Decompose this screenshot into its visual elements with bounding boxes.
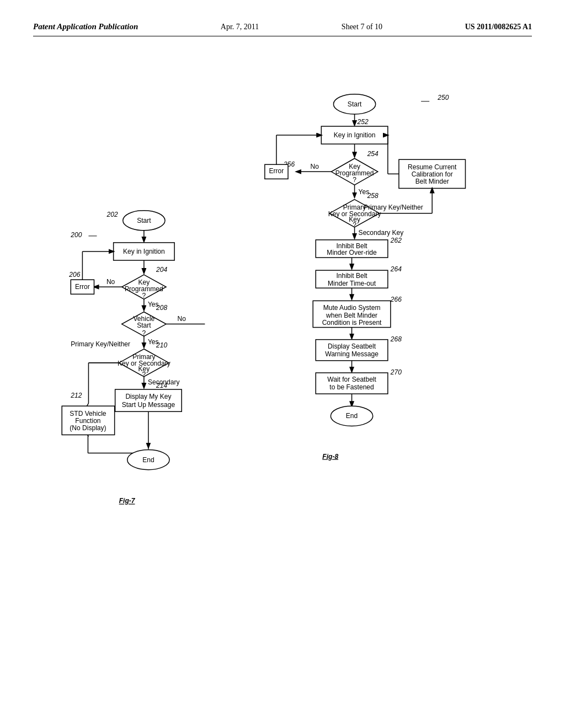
ref-206: 206 [68, 271, 80, 279]
fig7-no-label1: No [106, 278, 115, 286]
ref-270: 270 [390, 368, 402, 376]
fig7-veh-start-label3: ? [142, 329, 146, 337]
fig8-start-label: Start [348, 100, 362, 108]
fig7-figure-label: Fig-7 [119, 497, 136, 505]
sheet-info: Sheet 7 of 10 [342, 23, 382, 31]
ref-258: 258 [367, 192, 379, 200]
fig8-inh-to-label2: Minder Time-out [328, 280, 376, 287]
fig8-mute-label1: Mute Audio System [323, 304, 381, 312]
ref-252: 252 [357, 118, 369, 126]
fig8-key-ignition-label: Key in Ignition [334, 131, 376, 139]
flowchart-svg: 200 Start 202 Key in Ignition 204 Key Pr… [33, 53, 532, 704]
fig8-error-label: Error [269, 167, 284, 175]
fig8-no-label1: No [311, 163, 319, 170]
ref-266: 266 [390, 296, 402, 303]
fig8-primary-neither-label: Primary Key/Neither [364, 204, 423, 211]
fig7-key-prog-label3: ? [142, 292, 146, 299]
fig8-disp-sb-label2: Warning Message [325, 350, 379, 358]
fig7-std-veh-label3: (No Display) [70, 424, 106, 432]
fig8-resume-label1: Resume Current [408, 163, 457, 171]
fig8-wait-sb-label1: Wait for Seatbelt [327, 376, 376, 383]
fig7-display-mykey-label2: Start Up Message [122, 401, 175, 409]
ref-250: 250 [437, 94, 449, 101]
ref-202: 202 [106, 211, 118, 218]
fig7-primary-neither-label: Primary Key/Neither [71, 340, 130, 348]
page: Patent Application Publication Apr. 7, 2… [0, 0, 565, 728]
fig8-inh-ov-label2: Minder Over-ride [327, 249, 377, 256]
diagram-area: 200 Start 202 Key in Ignition 204 Key Pr… [33, 53, 532, 704]
fig7-end-label: End [142, 456, 154, 464]
fig8-resume-label3: Belt Minder [415, 178, 449, 185]
patent-number: US 2011/0082625 A1 [465, 23, 532, 31]
fig7-error-label: Error [75, 283, 90, 291]
fig8-wait-sb-label2: to be Fastened [329, 383, 374, 391]
fig8-figure-label: Fig-8 [322, 453, 338, 461]
fig7-veh-start-label2: Start [137, 322, 151, 329]
publication-date: Apr. 7, 2011 [221, 23, 259, 31]
ref-268: 268 [390, 335, 402, 343]
page-header: Patent Application Publication Apr. 7, 2… [33, 22, 532, 36]
ref-212: 212 [70, 392, 82, 399]
fig8-inh-to-label1: Inhibit Belt [336, 272, 367, 280]
fig8-kp-label3: ? [353, 176, 356, 184]
ref-210: 210 [156, 341, 167, 349]
ref-204: 204 [156, 266, 167, 274]
fig8-resume-label2: Calibration for [412, 170, 453, 178]
fig7-std-veh-label2: Function [75, 417, 100, 425]
ref-208: 208 [156, 304, 167, 312]
ref-214: 214 [156, 382, 167, 389]
ref-262: 262 [390, 237, 402, 244]
fig8-mute-label2: when Belt Minder [326, 312, 377, 319]
fig7-veh-no-label: No [177, 315, 186, 323]
publication-title: Patent Application Publication [33, 22, 138, 31]
ref-264: 264 [390, 265, 402, 273]
fig8-disp-sb-label1: Display Seatbelt [328, 342, 376, 350]
fig7-start-label: Start [137, 217, 151, 224]
ref-200: 200 [70, 231, 82, 239]
fig8-mute-label3: Condition is Present [322, 319, 382, 326]
fig7-key-ignition-label: Key in Ignition [123, 248, 165, 255]
ref-254: 254 [367, 150, 379, 158]
fig7-display-mykey-label1: Display My Key [125, 393, 171, 400]
fig7-std-veh-label1: STD Vehicle [70, 410, 106, 417]
fig8-secondary-key-label: Secondary Key [359, 229, 404, 237]
fig8-end-label: End [346, 412, 358, 420]
